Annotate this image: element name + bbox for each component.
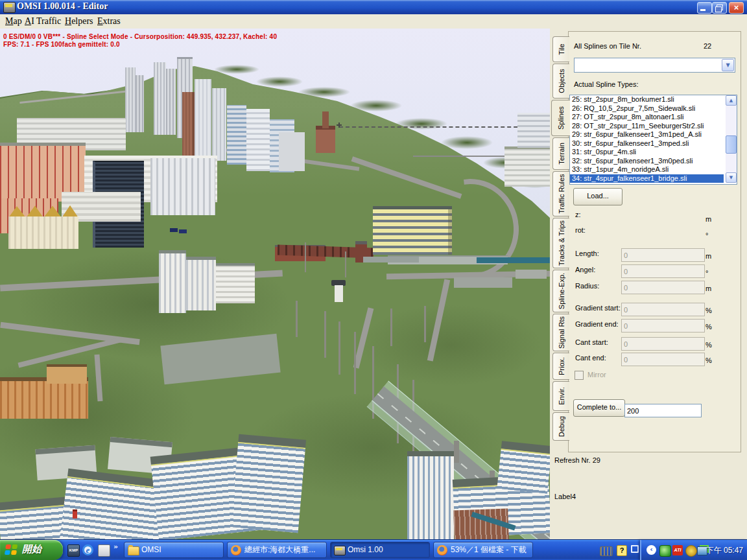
- scene-pole: [305, 242, 306, 272]
- scene-church-spire: [322, 111, 329, 128]
- help-icon[interactable]: ?: [617, 545, 627, 556]
- list-item[interactable]: 27: OT_str_2spur_8m_altonaer1.sli: [570, 113, 724, 122]
- task-omsi-folder[interactable]: OMSI: [124, 542, 224, 558]
- angel-field[interactable]: [621, 264, 705, 278]
- tab-envir[interactable]: Envir.: [552, 381, 569, 411]
- refresh-status: Refresh Nr. 29: [554, 456, 600, 464]
- ati-icon[interactable]: ATI: [672, 545, 683, 555]
- menu-map[interactable]: Map: [5, 16, 22, 27]
- antivirus-icon[interactable]: [659, 545, 671, 557]
- chevron-down-icon[interactable]: ▼: [722, 59, 734, 71]
- tab-terrain[interactable]: Terrain: [552, 137, 569, 170]
- map-3d-viewport[interactable]: 0 ES/DM/0 0 VB*** - Spline Select Mode -…: [0, 29, 550, 539]
- cant-start-field[interactable]: [621, 337, 705, 351]
- scrollbar-thumb[interactable]: [726, 135, 737, 154]
- cant-end-field[interactable]: [621, 353, 705, 366]
- kmplayer-icon[interactable]: KMP: [67, 544, 80, 557]
- tab-objects[interactable]: Objects: [552, 64, 569, 99]
- quick-launch-more-icon[interactable]: »: [113, 542, 124, 554]
- scene-building: [212, 88, 226, 161]
- scene-building: [136, 75, 144, 132]
- scene-teal-roof: [477, 257, 550, 263]
- keyboard-layout-icon[interactable]: [600, 546, 613, 556]
- list-item[interactable]: 30: str_6spur_falkenseer1_3mped.sli: [570, 139, 724, 148]
- list-item[interactable]: 25: str_2spur_8m_borkumer1.sli: [570, 95, 724, 104]
- spline-types-listbox[interactable]: 25: str_2spur_8m_borkumer1.sli 26: RQ_10…: [569, 95, 737, 185]
- scene-building: [279, 132, 305, 171]
- tray-clock: 下午 05:47: [706, 545, 743, 556]
- list-item[interactable]: 31: str_0spur_4m.sli: [570, 148, 724, 157]
- gradient-start-unit: %: [706, 307, 716, 314]
- tab-signal-rts[interactable]: Signal Rts: [552, 314, 569, 351]
- tab-debug[interactable]: Debug: [552, 412, 569, 441]
- scene-pole: [345, 251, 346, 277]
- length-field[interactable]: [621, 248, 705, 262]
- gradient-start-field[interactable]: [621, 303, 705, 316]
- tab-spline-exp[interactable]: Spline-Exp.: [552, 270, 569, 312]
- list-item[interactable]: 33: str_1spur_4m_noridgeA.sli: [570, 165, 724, 174]
- show-desktop-icon[interactable]: [98, 544, 110, 557]
- cant-start-label: Cant start:: [575, 338, 608, 346]
- firefox-icon: [231, 545, 241, 555]
- list-item[interactable]: 26: RQ_10,5_2spur_7,5m_Sidewalk.sli: [570, 104, 724, 113]
- start-button[interactable]: 開始: [0, 540, 63, 560]
- menu-extras-accel: E: [97, 16, 103, 26]
- load-button[interactable]: Load...: [573, 188, 622, 205]
- scene-trees: [441, 136, 493, 149]
- radius-unit: m: [706, 285, 716, 292]
- task-label: Omsi 1.00: [348, 545, 383, 554]
- tray-collapse-icon[interactable]: ‹: [646, 545, 656, 555]
- all-splines-label: All Splines on Tile Nr.: [574, 42, 641, 50]
- complete-to-button[interactable]: Complete to...: [573, 399, 625, 417]
- folder-icon: [128, 546, 139, 555]
- title-bar[interactable]: OMSI 1.00.014 - Editor ×: [0, 0, 747, 14]
- gradient-start-label: Gradient start:: [575, 304, 621, 312]
- menu-map-rest: ap: [13, 16, 21, 26]
- close-button[interactable]: ×: [729, 2, 744, 14]
- length-unit: m: [706, 252, 716, 260]
- scene-car: [170, 228, 178, 232]
- omsi-editor-window: OMSI 1.00.014 - Editor × Map AI Traffic …: [0, 0, 747, 560]
- task-omsi-app[interactable]: Omsi 1.00: [330, 542, 430, 558]
- list-item[interactable]: 32: str_6spur_falkenseer1_3m0ped.sli: [570, 157, 724, 166]
- menu-ai-rest: I Traffic: [31, 16, 61, 26]
- scene-yellow-building: [373, 206, 452, 255]
- tab-terrain-label: Terrain: [558, 143, 565, 165]
- menu-helpers[interactable]: Helpers: [65, 16, 93, 27]
- radius-field[interactable]: [621, 281, 705, 294]
- tab-tracks-trips[interactable]: Tracks & Trips: [552, 218, 569, 268]
- tab-tile-label: Tile: [558, 43, 565, 54]
- listbox-scrollbar[interactable]: ▲ ▼: [726, 95, 737, 183]
- scroll-down-icon[interactable]: ▼: [726, 172, 737, 183]
- list-item[interactable]: 28: OT_str_2spur_11m_SeeburgerStr2.sli: [570, 122, 724, 131]
- tab-traffic-rules[interactable]: Traffic Rules: [552, 171, 569, 216]
- list-item[interactable]: 29: str_6spur_falkenseer1_3m1ped_A.sli: [570, 130, 724, 139]
- tab-priox[interactable]: Priox.: [552, 353, 569, 380]
- mirror-checkbox[interactable]: [575, 371, 584, 380]
- restore-pane-icon[interactable]: [631, 545, 639, 553]
- tab-spline-exp-label: Spline-Exp.: [558, 273, 565, 309]
- scene-shed: [454, 277, 512, 288]
- task-firefox-download[interactable]: 53%／1 個檔案 - 下載: [433, 542, 533, 558]
- update-icon[interactable]: [685, 545, 697, 557]
- task-firefox-page[interactable]: 總經市:海都大橋重...: [227, 542, 327, 558]
- menu-extras[interactable]: Extras: [97, 16, 121, 27]
- internet-explorer-icon[interactable]: e: [82, 544, 93, 555]
- menu-ai-traffic[interactable]: AI Traffic: [25, 16, 61, 27]
- menu-extras-rest: xtras: [103, 16, 121, 26]
- spline-combobox[interactable]: ▼: [574, 58, 735, 73]
- tab-splines[interactable]: Splines: [551, 100, 570, 136]
- firefox-icon: [437, 545, 447, 555]
- tab-envir-label: Envir.: [558, 387, 565, 405]
- gradient-end-field[interactable]: [621, 319, 705, 332]
- scene-apartment-block: [231, 434, 306, 533]
- scene-red-car: [73, 509, 77, 519]
- minimize-button[interactable]: [697, 2, 712, 14]
- all-splines-count: 22: [704, 42, 711, 50]
- list-item-selected[interactable]: 34: str_4spur_falkenseer1_bridge.sli: [570, 174, 724, 183]
- restore-button[interactable]: [712, 2, 727, 14]
- scroll-up-icon[interactable]: ▲: [726, 95, 737, 106]
- complete-to-input[interactable]: [624, 404, 702, 417]
- scene-building: [246, 109, 270, 171]
- tab-tile[interactable]: Tile: [552, 36, 569, 62]
